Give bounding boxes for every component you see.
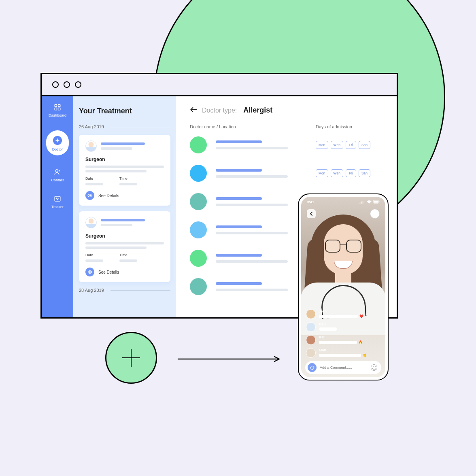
comment-input[interactable] — [320, 366, 368, 370]
comment-author: Paul — [319, 322, 380, 326]
text-placeholder — [216, 147, 288, 149]
text-placeholder — [319, 341, 357, 344]
text-placeholder — [85, 166, 164, 168]
text-placeholder — [85, 246, 147, 249]
text-placeholder — [101, 147, 132, 150]
see-details-button[interactable]: See Details — [85, 268, 164, 276]
doctor-avatar-circle — [190, 165, 207, 182]
avatar — [306, 322, 316, 332]
sidebar: Dashboard Doctor Contact Tracker — [42, 96, 73, 319]
day-chip[interactable]: San — [359, 141, 370, 149]
doctor-row[interactable]: MonWenFriSan — [190, 165, 385, 182]
day-chip[interactable]: Fri — [346, 169, 356, 177]
comment-row: Josh❤️ — [306, 309, 380, 319]
text-placeholder — [85, 259, 103, 262]
avatar — [85, 217, 97, 228]
sidebar-item-label: Doctor — [52, 147, 63, 151]
comment-row: Paul — [306, 322, 380, 332]
avatar — [85, 140, 97, 152]
text-placeholder — [216, 197, 262, 200]
days-chips: MonWenFriSan — [316, 169, 385, 177]
svg-rect-10 — [361, 202, 361, 204]
time-label: Time — [119, 176, 137, 181]
back-arrow-icon[interactable] — [190, 106, 197, 115]
svg-point-4 — [56, 170, 58, 172]
avatar — [306, 348, 316, 358]
phone-time: 9:41 — [307, 200, 314, 204]
text-placeholder — [119, 259, 137, 262]
comments-overlay: Josh❤️PaulKat🔥Matt👏 — [301, 309, 385, 358]
day-chip[interactable]: San — [359, 169, 370, 177]
text-placeholder-group — [216, 140, 316, 149]
day-chip[interactable]: Wen — [331, 169, 343, 177]
text-placeholder — [101, 142, 145, 145]
emoji-icon[interactable] — [371, 364, 377, 371]
doctor-role: Surgeon — [85, 157, 164, 162]
text-placeholder — [216, 169, 262, 172]
text-placeholder — [216, 254, 262, 257]
grid-icon — [54, 104, 61, 111]
time-label: Time — [119, 253, 137, 257]
comment-author: Kat — [319, 335, 380, 339]
treatment-title: Your Treatment — [79, 107, 170, 115]
doctor-type-value: Allergist — [243, 106, 272, 115]
text-placeholder — [319, 315, 358, 318]
window-dot[interactable] — [52, 81, 59, 88]
comment-input-row — [305, 361, 381, 374]
doctor-row[interactable]: MonWenFriSan — [190, 136, 385, 153]
date-label: 26 Aug 2019 — [79, 124, 104, 129]
svg-rect-9 — [360, 203, 361, 204]
text-placeholder — [119, 183, 137, 185]
eye-icon — [85, 268, 94, 276]
text-placeholder — [319, 327, 337, 331]
svg-rect-12 — [363, 201, 363, 204]
treatment-card[interactable]: Surgeon Date Time — [79, 211, 170, 282]
window-dot[interactable] — [64, 81, 70, 88]
sidebar-item-tracker[interactable]: Tracker — [51, 195, 64, 209]
svg-rect-1 — [58, 104, 60, 106]
svg-point-7 — [89, 272, 91, 273]
comment-bubble-icon[interactable] — [308, 363, 317, 372]
day-chip[interactable]: Wen — [331, 141, 343, 149]
comment-row: Kat🔥 — [306, 335, 380, 345]
doctor-avatar-circle — [190, 221, 207, 238]
window-dot[interactable] — [75, 81, 81, 88]
user-icon — [54, 168, 61, 176]
sidebar-item-contact[interactable]: Contact — [51, 168, 64, 182]
see-details-button[interactable]: See Details — [85, 191, 164, 200]
text-placeholder — [101, 224, 132, 226]
doctor-type-label: Doctor type: — [202, 107, 237, 114]
sidebar-item-doctor[interactable]: Doctor — [46, 130, 69, 155]
phone-status-bar: 9:41 — [301, 197, 385, 207]
svg-rect-11 — [361, 201, 362, 204]
text-placeholder — [216, 289, 288, 291]
doctor-avatar-circle — [190, 136, 207, 153]
doctor-role: Surgeon — [85, 233, 164, 239]
divider — [110, 127, 170, 127]
add-button[interactable] — [105, 332, 157, 384]
text-placeholder — [216, 204, 288, 206]
doctor-avatar-circle — [190, 278, 207, 295]
date-label: Date — [85, 176, 103, 181]
plus-circle-icon — [53, 136, 62, 145]
text-placeholder — [216, 232, 288, 234]
svg-rect-14 — [374, 201, 378, 202]
signal-icon — [359, 200, 365, 204]
battery-icon — [373, 200, 380, 204]
treatment-card[interactable]: Surgeon Date Time — [79, 135, 170, 206]
date-label: 28 Aug 2019 — [79, 288, 104, 293]
svg-rect-2 — [55, 108, 57, 110]
eye-icon — [85, 191, 94, 200]
comment-author: Josh — [319, 309, 380, 313]
avatar — [306, 309, 316, 319]
day-chip[interactable]: Mon — [316, 141, 328, 149]
comment-author: Matt — [319, 348, 380, 352]
svg-point-6 — [89, 195, 91, 196]
see-details-label: See Details — [98, 193, 119, 198]
sidebar-item-dashboard[interactable]: Dashboard — [49, 104, 66, 117]
wifi-icon — [367, 200, 372, 204]
text-placeholder — [216, 140, 262, 143]
sidebar-item-label: Tracker — [51, 205, 64, 209]
day-chip[interactable]: Fri — [346, 141, 356, 149]
day-chip[interactable]: Mon — [316, 169, 328, 177]
